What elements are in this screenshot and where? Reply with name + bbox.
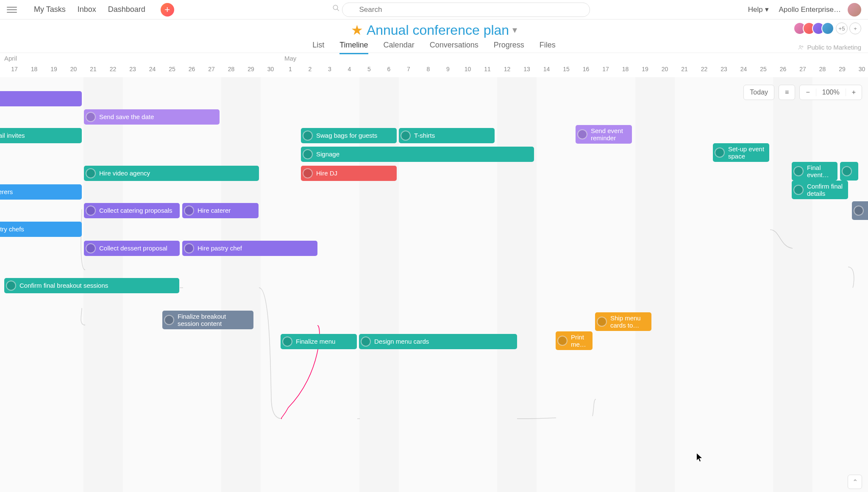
- task-bar[interactable]: Collect dessert proposal: [84, 241, 180, 256]
- task-bar[interactable]: Design menu cards: [359, 334, 517, 349]
- task-bar[interactable]: Hire pastry chef: [182, 241, 317, 256]
- day-label: 1: [284, 66, 298, 72]
- search-icon: [332, 4, 340, 12]
- task-bar[interactable]: Set-up event space: [713, 143, 769, 162]
- help-menu[interactable]: Help ▾: [748, 5, 769, 14]
- day-label: 22: [106, 66, 120, 72]
- task-bar[interactable]: pastry chefs: [0, 222, 82, 237]
- task-label: email invites: [0, 132, 25, 139]
- day-label: 12: [500, 66, 514, 72]
- day-label: 26: [776, 66, 790, 72]
- topbar: My Tasks Inbox Dashboard + Help ▾ Apollo…: [0, 0, 868, 19]
- task-label: Signage: [316, 150, 339, 158]
- day-label: 27: [205, 66, 219, 72]
- task-label: Hire caterer: [198, 207, 231, 214]
- task-bar[interactable]: Send event reminder: [576, 125, 632, 144]
- task-bar[interactable]: Collect catering proposals: [84, 203, 180, 218]
- assignee-avatar: [282, 336, 292, 347]
- month-row: AprilMay: [0, 53, 868, 63]
- timeline-controls: Today ≡ − 100% +: [743, 85, 862, 100]
- svg-line-1: [337, 9, 339, 11]
- weekend-band: [635, 77, 675, 492]
- nav-dashboard[interactable]: Dashboard: [108, 5, 145, 14]
- add-member-button[interactable]: +: [849, 22, 861, 34]
- privacy-label[interactable]: Public to Marketing: [798, 44, 861, 51]
- task-bar[interactable]: Confirm final breakout sessions: [4, 278, 179, 293]
- zoom-control: − 100% +: [799, 85, 862, 100]
- task-bar[interactable]: Final event…: [792, 162, 837, 181]
- task-label: Hire DJ: [316, 170, 337, 177]
- menu-icon[interactable]: [7, 5, 17, 15]
- task-label: T-shirts: [414, 132, 435, 139]
- day-label: 29: [244, 66, 258, 72]
- member-avatar[interactable]: [821, 22, 834, 35]
- nav-inbox[interactable]: Inbox: [78, 5, 96, 14]
- task-bar[interactable]: Send save the date: [84, 109, 220, 125]
- star-icon[interactable]: ★: [351, 22, 363, 38]
- day-label: 17: [599, 66, 613, 72]
- search-input[interactable]: [342, 3, 590, 17]
- task-bar[interactable]: [840, 162, 858, 181]
- day-label: 15: [559, 66, 573, 72]
- day-label: 16: [579, 66, 593, 72]
- task-label: Hire video agency: [99, 170, 150, 177]
- org-name[interactable]: Apollo Enterprise…: [779, 6, 841, 14]
- zoom-in-button[interactable]: +: [846, 89, 862, 96]
- task-label: caterers: [0, 188, 13, 195]
- task-bar[interactable]: Signage: [301, 147, 534, 162]
- task-label: Final event…: [807, 164, 833, 179]
- assignee-avatar: [854, 206, 864, 216]
- day-label: 23: [717, 66, 731, 72]
- chevron-down-icon: ▾: [765, 6, 769, 14]
- task-bar[interactable]: Finalize menu: [281, 334, 357, 349]
- task-bar[interactable]: ads: [0, 91, 82, 106]
- assignee-avatar: [303, 149, 313, 159]
- task-bar[interactable]: Ship menu cards to…: [595, 312, 651, 331]
- day-label: 25: [757, 66, 771, 72]
- add-button[interactable]: +: [161, 3, 174, 17]
- day-label: 21: [678, 66, 692, 72]
- day-label: 20: [67, 66, 81, 72]
- project-title[interactable]: ★ Annual conference plan ▾: [351, 19, 517, 38]
- day-label: 19: [47, 66, 61, 72]
- task-label: Finalize breakout session content: [178, 313, 249, 328]
- svg-point-2: [799, 45, 801, 47]
- project-members: +5 +: [797, 22, 861, 35]
- filter-button[interactable]: ≡: [779, 85, 795, 100]
- task-bar[interactable]: Swag bags for guests: [301, 128, 397, 143]
- day-label: 27: [796, 66, 810, 72]
- day-label: 13: [520, 66, 534, 72]
- task-bar[interactable]: Hire video agency: [84, 166, 259, 181]
- task-label: Send event reminder: [591, 127, 628, 142]
- task-label: Design menu cards: [374, 338, 429, 345]
- zoom-out-button[interactable]: −: [800, 89, 815, 96]
- today-button[interactable]: Today: [743, 85, 774, 100]
- task-bar[interactable]: T-shirts: [399, 128, 495, 143]
- timeline-header: AprilMay 1718192021222324252627282930123…: [0, 53, 868, 77]
- day-label: 22: [697, 66, 711, 72]
- task-bar[interactable]: [852, 201, 868, 220]
- task-bar[interactable]: Print menu…: [556, 331, 593, 350]
- task-bar[interactable]: email invites: [0, 128, 82, 143]
- day-label: 30: [855, 66, 868, 72]
- task-bar[interactable]: caterers: [0, 184, 82, 200]
- task-bar[interactable]: Hire caterer: [182, 203, 259, 218]
- chevron-down-icon[interactable]: ▾: [512, 25, 517, 36]
- scroll-to-top-button[interactable]: ⌃: [848, 475, 862, 489]
- project-name: Annual conference plan: [367, 22, 509, 38]
- member-overflow[interactable]: +5: [836, 22, 848, 34]
- task-label: Hire pastry chef: [198, 245, 242, 252]
- user-avatar[interactable]: [848, 3, 861, 17]
- day-label: 23: [126, 66, 140, 72]
- task-bar[interactable]: Confirm final details: [792, 181, 848, 199]
- task-bar[interactable]: Hire DJ: [301, 166, 397, 181]
- nav-my-tasks[interactable]: My Tasks: [34, 5, 66, 14]
- day-label: 26: [185, 66, 199, 72]
- timeline-canvas[interactable]: Today ≡ − 100% + ⌃ adsSend save the date…: [0, 77, 868, 492]
- day-label: 5: [362, 66, 376, 72]
- task-bar[interactable]: Finalize breakout session content: [162, 311, 253, 329]
- assignee-avatar: [793, 185, 804, 195]
- people-icon: [798, 44, 804, 51]
- assignee-avatar: [361, 336, 371, 347]
- task-label: Swag bags for guests: [316, 132, 377, 139]
